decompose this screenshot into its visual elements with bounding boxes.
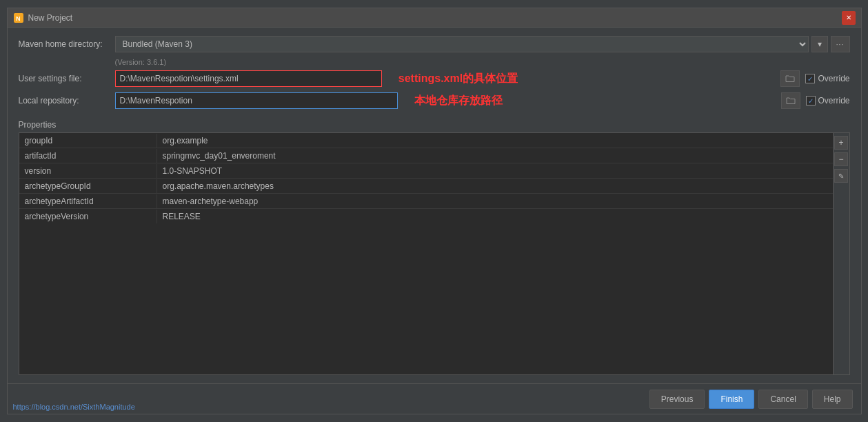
previous-button[interactable]: Previous: [649, 390, 705, 409]
table-row[interactable]: archetypeArtifactId maven-archetype-weba…: [19, 194, 833, 209]
override-label-2: Override: [818, 96, 850, 106]
user-settings-input-group: settings.xml的具体位置 Override: [115, 70, 850, 87]
cancel-button[interactable]: Cancel: [758, 390, 807, 409]
local-repo-label: Local repository:: [19, 96, 115, 106]
prop-value: org.apache.maven.archetypes: [157, 179, 833, 193]
add-property-btn[interactable]: +: [834, 136, 848, 150]
prop-key: version: [19, 164, 157, 178]
local-repo-input-group: 本地仓库存放路径 Override: [115, 92, 850, 109]
maven-home-row: Maven home directory: Bundled (Maven 3) …: [19, 36, 850, 52]
user-settings-label: User settings file:: [19, 74, 115, 83]
user-settings-override[interactable]: Override: [805, 74, 849, 83]
app-icon: N: [13, 12, 24, 23]
dialog-content: Maven home directory: Bundled (Maven 3) …: [8, 28, 861, 383]
prop-value: RELEASE: [157, 210, 833, 223]
help-button[interactable]: Help: [812, 390, 853, 409]
maven-home-select[interactable]: Bundled (Maven 3): [115, 36, 809, 52]
table-row[interactable]: archetypeVersion RELEASE: [19, 209, 833, 224]
properties-actions: + − ✎: [833, 133, 849, 374]
settings-annotation: settings.xml的具体位置: [398, 72, 518, 86]
properties-table: groupId org.example artifactId springmvc…: [19, 133, 833, 374]
table-row[interactable]: version 1.0-SNAPSHOT: [19, 163, 833, 179]
prop-key: archetypeGroupId: [19, 179, 157, 193]
svg-text:N: N: [16, 15, 21, 22]
prop-value: springmvc_day01_enveroment: [157, 149, 833, 163]
local-repo-annotation: 本地仓库存放路径: [414, 94, 503, 108]
dialog-title: New Project: [28, 13, 842, 23]
dialog-footer: Previous Finish Cancel Help: [8, 383, 861, 414]
local-repo-folder-btn[interactable]: [781, 92, 800, 109]
footer-url: https://blog.csdn.net/SixthMagnitude: [13, 403, 135, 411]
prop-key: archetypeVersion: [19, 210, 157, 223]
edit-property-btn[interactable]: ✎: [834, 169, 848, 183]
user-settings-input[interactable]: [115, 70, 382, 87]
maven-dropdown-btn[interactable]: ▾: [811, 36, 828, 52]
title-bar: N New Project ✕: [8, 8, 861, 28]
table-row[interactable]: groupId org.example: [19, 133, 833, 148]
local-repo-checkbox[interactable]: [806, 96, 816, 106]
prop-value: 1.0-SNAPSHOT: [157, 164, 833, 178]
user-settings-row: User settings file: settings.xml的具体位置 Ov…: [19, 70, 850, 87]
properties-section: Properties groupId org.example artifactI…: [19, 120, 850, 375]
user-settings-checkbox[interactable]: [805, 74, 815, 83]
maven-home-input-group: Bundled (Maven 3) ▾ ···: [115, 36, 850, 52]
maven-home-label: Maven home directory:: [19, 39, 115, 49]
new-project-dialog: N New Project ✕ Maven home directory: Bu…: [7, 8, 862, 414]
close-button[interactable]: ✕: [842, 11, 856, 25]
table-row[interactable]: artifactId springmvc_day01_enveroment: [19, 148, 833, 163]
prop-value: org.example: [157, 134, 833, 148]
local-repo-row: Local repository: 本地仓库存放路径 Override: [19, 92, 850, 109]
prop-key: artifactId: [19, 149, 157, 163]
properties-label: Properties: [19, 120, 850, 130]
override-label: Override: [818, 74, 849, 83]
prop-key: groupId: [19, 134, 157, 148]
prop-key: archetypeArtifactId: [19, 194, 157, 208]
local-repo-override[interactable]: Override: [806, 96, 850, 106]
local-repo-input[interactable]: [115, 92, 398, 109]
user-settings-folder-btn[interactable]: [780, 70, 800, 87]
maven-more-btn[interactable]: ···: [831, 36, 850, 52]
remove-property-btn[interactable]: −: [834, 152, 848, 166]
finish-button[interactable]: Finish: [709, 390, 754, 409]
version-text: (Version: 3.6.1): [115, 58, 850, 66]
prop-value: maven-archetype-webapp: [157, 194, 833, 208]
table-row[interactable]: archetypeGroupId org.apache.maven.archet…: [19, 179, 833, 194]
properties-table-wrapper: groupId org.example artifactId springmvc…: [19, 132, 850, 375]
